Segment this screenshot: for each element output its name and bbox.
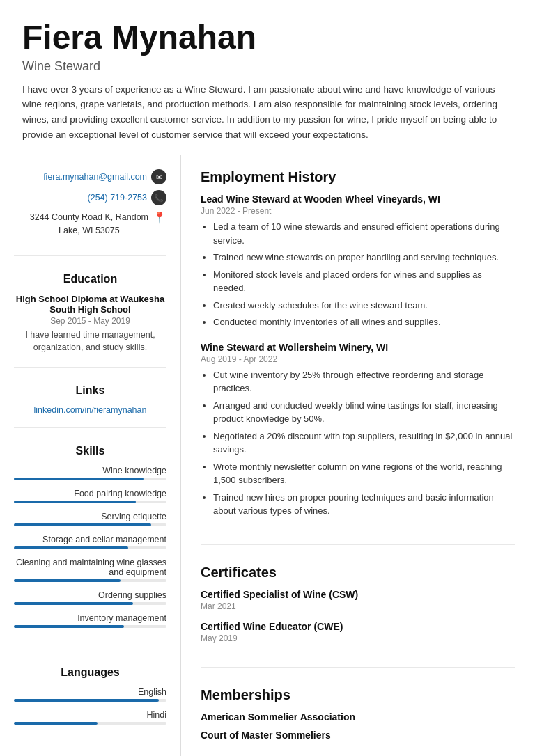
- address-line1: 3244 County Road K, Random: [30, 212, 148, 222]
- skill-item: Storage and cellar management: [14, 535, 166, 549]
- skill-bar-bg: [14, 501, 166, 503]
- education-heading: Education: [14, 273, 166, 285]
- linkedin-link[interactable]: linkedin.com/in/fieramynahan: [14, 405, 166, 415]
- location-icon: 📍: [153, 211, 166, 224]
- skill-item: Wine knowledge: [14, 466, 166, 480]
- cert-date: May 2019: [201, 633, 515, 643]
- job-bullet: Created weekly schedules for the wine st…: [213, 299, 515, 313]
- skill-bar-fill: [14, 579, 121, 582]
- cert-name: Certified Wine Educator (CWE): [201, 621, 515, 632]
- candidate-title: Wine Steward: [22, 59, 513, 74]
- edu-dates: Sep 2015 - May 2019: [14, 316, 166, 326]
- links-section: Links linkedin.com/in/fieramynahan: [14, 384, 166, 428]
- job-bullet: Cut wine inventory by 25% through effect…: [213, 368, 515, 395]
- skills-section: Skills Wine knowledge Food pairing knowl…: [14, 445, 166, 649]
- certificates-heading: Certificates: [201, 565, 515, 581]
- email-item: fiera.mynahan@gmail.com ✉: [14, 169, 166, 184]
- skill-label: Cleaning and maintaining wine glasses an…: [14, 558, 166, 577]
- edu-description: I have learned time management, organiza…: [14, 329, 166, 355]
- candidate-name: Fiera Mynahan: [22, 19, 513, 56]
- skill-label: Wine knowledge: [14, 466, 166, 475]
- resume-header: Fiera Mynahan Wine Steward I have over 3…: [0, 0, 535, 155]
- language-bar-fill: [14, 722, 98, 725]
- skill-bar-fill: [14, 625, 124, 628]
- job-dates: Aug 2019 - Apr 2022: [201, 354, 515, 364]
- job-item: Wine Steward at Wollersheim Winery, WI A…: [201, 342, 515, 518]
- skill-bar-fill: [14, 602, 133, 605]
- job-bullet: Trained new hires on proper pouring tech…: [213, 491, 515, 518]
- links-heading: Links: [14, 384, 166, 397]
- skill-bar-bg: [14, 625, 166, 628]
- job-bullets: Cut wine inventory by 25% through effect…: [201, 368, 515, 518]
- job-title: Wine Steward at Wollersheim Winery, WI: [201, 342, 515, 353]
- languages-heading: Languages: [14, 666, 166, 679]
- body-layout: fiera.mynahan@gmail.com ✉ (254) 719-2753…: [0, 155, 535, 756]
- skill-bar-fill: [14, 501, 136, 503]
- memberships-heading: Memberships: [201, 687, 515, 703]
- skill-label: Inventory management: [14, 613, 166, 623]
- contact-section: fiera.mynahan@gmail.com ✉ (254) 719-2753…: [14, 169, 166, 256]
- job-bullets: Led a team of 10 wine stewards and ensur…: [201, 220, 515, 329]
- language-label: Hindi: [14, 710, 166, 720]
- membership-item: Court of Master Sommeliers: [201, 730, 515, 741]
- email-icon: ✉: [151, 169, 166, 184]
- address-item: 3244 County Road K, Random Lake, WI 5307…: [14, 211, 166, 237]
- job-bullet: Wrote monthly newsletter column on wine …: [213, 460, 515, 487]
- school-name: High School Diploma at Waukesha South Hi…: [14, 294, 166, 315]
- phone-item: (254) 719-2753 📞: [14, 190, 166, 205]
- languages-list: English Hindi: [14, 687, 166, 725]
- skill-bar-bg: [14, 546, 166, 549]
- skill-bar-fill: [14, 478, 144, 480]
- cert-date: Mar 2021: [201, 601, 515, 611]
- address-text: 3244 County Road K, Random Lake, WI 5307…: [30, 211, 148, 237]
- skill-bar-bg: [14, 523, 166, 526]
- skill-bar-bg: [14, 602, 166, 605]
- skill-item: Serving etiquette: [14, 512, 166, 526]
- skills-heading: Skills: [14, 445, 166, 457]
- cert-item: Certified Wine Educator (CWE) May 2019: [201, 621, 515, 643]
- employment-section: Employment History Lead Wine Steward at …: [201, 169, 515, 545]
- certificates-section: Certificates Certified Specialist of Win…: [201, 565, 515, 668]
- language-bar-fill: [14, 699, 159, 702]
- certs-list: Certified Specialist of Wine (CSW) Mar 2…: [201, 589, 515, 643]
- job-bullet: Trained new wine stewards on proper hand…: [213, 251, 515, 265]
- jobs-list: Lead Wine Steward at Wooden Wheel Vineya…: [201, 194, 515, 518]
- skill-item: Inventory management: [14, 613, 166, 628]
- job-bullet: Led a team of 10 wine stewards and ensur…: [213, 220, 515, 247]
- job-bullet: Arranged and conducted weekly blind wine…: [213, 399, 515, 426]
- address-line2: Lake, WI 53075: [59, 226, 120, 235]
- candidate-summary: I have over 3 years of experience as a W…: [22, 82, 513, 142]
- job-item: Lead Wine Steward at Wooden Wheel Vineya…: [201, 194, 515, 329]
- memberships-list: American Sommelier AssociationCourt of M…: [201, 711, 515, 741]
- skill-label: Ordering supplies: [14, 590, 166, 600]
- skill-item: Food pairing knowledge: [14, 489, 166, 503]
- employment-heading: Employment History: [201, 169, 515, 185]
- skill-label: Storage and cellar management: [14, 535, 166, 544]
- job-bullet: Conducted monthly inventories of all win…: [213, 315, 515, 329]
- skill-label: Serving etiquette: [14, 512, 166, 521]
- education-section: Education High School Diploma at Waukesh…: [14, 273, 166, 368]
- skill-bar-fill: [14, 523, 151, 526]
- phone-icon: 📞: [151, 190, 166, 205]
- language-item: English: [14, 687, 166, 702]
- language-item: Hindi: [14, 710, 166, 725]
- cert-name: Certified Specialist of Wine (CSW): [201, 589, 515, 600]
- language-label: English: [14, 687, 166, 697]
- job-dates: Jun 2022 - Present: [201, 206, 515, 216]
- skill-item: Cleaning and maintaining wine glasses an…: [14, 558, 166, 582]
- email-link[interactable]: fiera.mynahan@gmail.com: [43, 172, 147, 182]
- skill-item: Ordering supplies: [14, 590, 166, 605]
- main-content: Employment History Lead Wine Steward at …: [181, 155, 535, 756]
- language-bar-bg: [14, 722, 166, 725]
- skill-label: Food pairing knowledge: [14, 489, 166, 498]
- language-bar-bg: [14, 699, 166, 702]
- memberships-section: Memberships American Sommelier Associati…: [201, 687, 515, 756]
- sidebar: fiera.mynahan@gmail.com ✉ (254) 719-2753…: [0, 155, 181, 756]
- membership-item: American Sommelier Association: [201, 711, 515, 723]
- job-bullet: Monitored stock levels and placed orders…: [213, 268, 515, 295]
- education-item: High School Diploma at Waukesha South Hi…: [14, 294, 166, 355]
- job-title: Lead Wine Steward at Wooden Wheel Vineya…: [201, 194, 515, 205]
- phone-text: (254) 719-2753: [88, 193, 147, 203]
- cert-item: Certified Specialist of Wine (CSW) Mar 2…: [201, 589, 515, 611]
- job-bullet: Negotiated a 20% discount with top suppl…: [213, 430, 515, 457]
